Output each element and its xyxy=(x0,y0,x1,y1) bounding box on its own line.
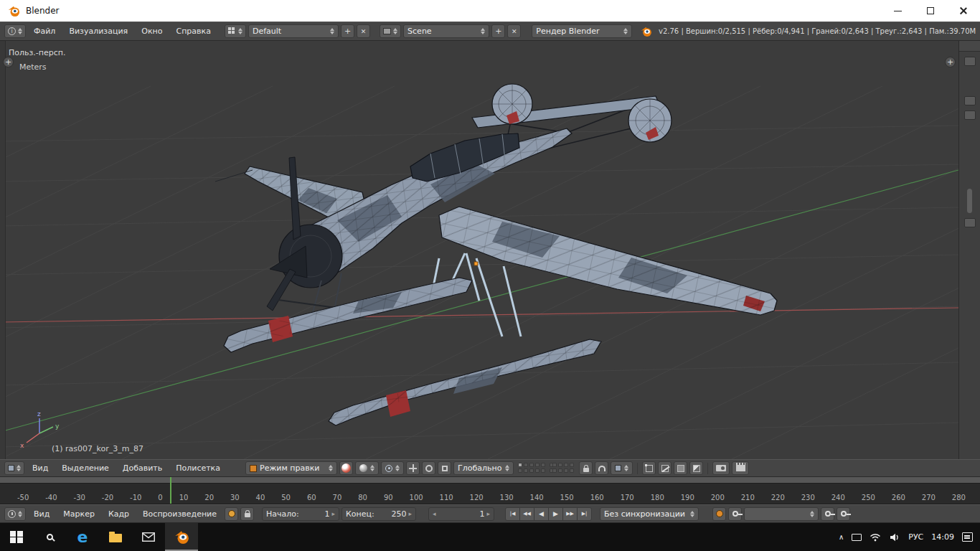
show-hidden-icons-button[interactable]: ∧ xyxy=(839,533,844,541)
add-layout-button[interactable]: + xyxy=(341,24,354,38)
stepper-left-icon[interactable]: ◂ xyxy=(433,510,436,517)
editor-type-button-timeline[interactable] xyxy=(4,507,26,521)
play-button[interactable]: ▶ xyxy=(548,507,563,521)
manipulator-scale-toggle[interactable] xyxy=(438,461,451,475)
layers-widget[interactable] xyxy=(518,463,575,474)
clapperboard-icon xyxy=(736,465,745,471)
minimize-button[interactable] xyxy=(881,0,914,22)
current-frame-marker[interactable] xyxy=(170,477,171,504)
auto-keyframe-toggle[interactable] xyxy=(712,507,726,521)
edge-select-button[interactable] xyxy=(658,461,672,475)
pivot-point-selector[interactable] xyxy=(381,461,404,475)
screen-layout-selector[interactable]: Default xyxy=(248,24,339,38)
frame-end-field[interactable]: Конец: 250 ▸ xyxy=(341,507,416,521)
file-explorer-button[interactable] xyxy=(99,523,132,551)
menu-tl-view[interactable]: Вид xyxy=(28,509,55,519)
previous-keyframe-button[interactable]: ◀◀ xyxy=(519,507,534,521)
viewport-shading-selector[interactable] xyxy=(355,461,379,475)
lock-to-scene-toggle[interactable] xyxy=(579,461,593,475)
opengl-render-anim-button[interactable] xyxy=(732,461,749,475)
open-properties-region-button[interactable]: + xyxy=(945,57,956,67)
folder-icon xyxy=(109,534,122,542)
delete-layout-button[interactable]: ✕ xyxy=(357,24,370,38)
stepper-right-icon[interactable]: ▸ xyxy=(487,510,491,517)
play-reverse-button[interactable]: ◀ xyxy=(534,507,549,521)
limit-to-visible-toggle[interactable] xyxy=(689,461,703,475)
close-button[interactable] xyxy=(947,0,980,22)
properties-icon-1[interactable] xyxy=(964,57,976,66)
material-ball-button[interactable] xyxy=(339,461,353,475)
properties-icon-2[interactable] xyxy=(964,96,976,105)
stepper-right-icon[interactable]: ▸ xyxy=(409,510,413,517)
edge-button[interactable]: e xyxy=(66,523,99,551)
open-toolshelf-button[interactable]: + xyxy=(3,57,14,67)
screen-layout-icon-button[interactable] xyxy=(225,24,246,38)
keying-set-selector[interactable] xyxy=(744,507,819,521)
use-preview-range-toggle[interactable] xyxy=(225,507,238,521)
opengl-render-button[interactable] xyxy=(712,461,730,475)
face-select-button[interactable] xyxy=(674,461,687,475)
av-sync-selector[interactable]: Без синхронизации xyxy=(600,507,699,521)
next-keyframe-button[interactable]: ▶▶ xyxy=(562,507,578,521)
start-button[interactable] xyxy=(0,523,33,551)
frame-tick-label: 270 xyxy=(922,494,936,501)
menu-tl-frame[interactable]: Кадр xyxy=(103,509,135,519)
mode-selector[interactable]: Режим правки xyxy=(245,461,337,475)
current-frame-field[interactable]: ◂ 1 ▸ xyxy=(428,507,494,521)
menu-view[interactable]: Вид xyxy=(27,463,54,473)
action-center-icon[interactable] xyxy=(962,532,973,542)
search-button[interactable] xyxy=(33,523,66,551)
timeline-ruler[interactable]: -50-40-30-20-100102030405060708090100110… xyxy=(0,477,980,504)
add-scene-button[interactable]: + xyxy=(491,24,505,38)
snap-toggle[interactable] xyxy=(595,461,608,475)
timeline-scrollbar[interactable] xyxy=(0,477,980,484)
frame-tick-label: 90 xyxy=(384,494,393,501)
properties-camera-icon[interactable] xyxy=(964,110,976,120)
properties-editor-sliver[interactable] xyxy=(958,41,980,459)
manipulator-translate-toggle[interactable] xyxy=(406,461,420,475)
toolshelf-collapsed-region[interactable] xyxy=(0,41,6,459)
properties-icon-3[interactable] xyxy=(964,218,976,227)
lock-time-toggle[interactable] xyxy=(240,507,254,521)
frame-tick-label: 160 xyxy=(590,494,604,501)
render-engine-selector[interactable]: Рендер Blender xyxy=(532,24,632,38)
transform-orientation-selector[interactable]: Глобально xyxy=(453,461,514,475)
menu-tl-playback[interactable]: Воспроизведение xyxy=(137,509,222,519)
blender-taskbar-button[interactable] xyxy=(165,523,198,551)
scene-icon-button[interactable] xyxy=(380,24,401,38)
jump-to-start-button[interactable]: |◀ xyxy=(505,507,520,521)
editor-type-button-info[interactable]: i xyxy=(4,24,26,38)
language-indicator[interactable]: РУС xyxy=(908,532,923,542)
menu-help[interactable]: Справка xyxy=(170,27,216,36)
viewport-canvas[interactable] xyxy=(0,41,958,459)
menu-mesh[interactable]: Полисетка xyxy=(170,463,226,473)
insert-keyframe-button[interactable] xyxy=(821,507,834,521)
delete-scene-button[interactable]: ✕ xyxy=(507,24,521,38)
editor-type-button-3dview[interactable] xyxy=(4,461,24,475)
menu-add[interactable]: Добавить xyxy=(117,463,168,473)
keying-set-icon-button[interactable] xyxy=(728,507,742,521)
menu-select[interactable]: Выделение xyxy=(56,463,115,473)
stepper-right-icon[interactable]: ▸ xyxy=(332,510,336,517)
manipulator-rotate-toggle[interactable] xyxy=(422,461,435,475)
chevron-updown-icon xyxy=(690,511,694,517)
frame-tick-label: 140 xyxy=(530,494,544,501)
menu-render[interactable]: Визуализация xyxy=(63,27,133,36)
vertex-select-button[interactable] xyxy=(642,461,656,475)
menu-file[interactable]: Файл xyxy=(28,27,61,36)
snap-element-selector[interactable] xyxy=(611,461,633,475)
delete-keyframe-button[interactable] xyxy=(837,507,850,521)
menu-window[interactable]: Окно xyxy=(136,27,168,36)
scene-selector[interactable]: Scene xyxy=(403,24,489,38)
frame-start-field[interactable]: Начало: 1 ▸ xyxy=(262,507,339,521)
display-tray-icon[interactable] xyxy=(852,534,862,541)
mail-button[interactable] xyxy=(132,523,165,551)
speaker-icon[interactable] xyxy=(889,533,900,542)
clock[interactable]: 14:09 xyxy=(931,532,954,542)
wireframe-airplane-model[interactable] xyxy=(215,84,777,425)
menu-tl-marker[interactable]: Маркер xyxy=(57,509,100,519)
jump-to-end-button[interactable]: ▶| xyxy=(577,507,592,521)
properties-scrollbar[interactable] xyxy=(967,189,972,213)
maximize-button[interactable] xyxy=(914,0,947,22)
wifi-icon[interactable] xyxy=(870,533,881,542)
